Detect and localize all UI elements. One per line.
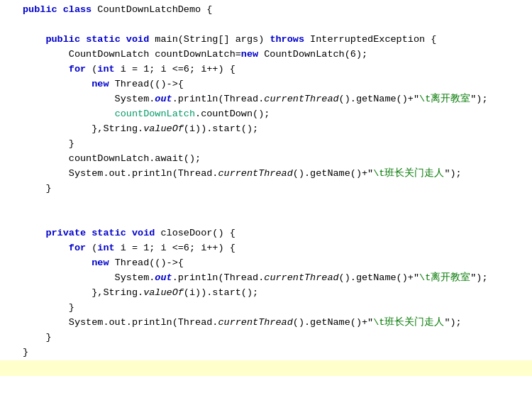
line-text: for (int i = 1; i <=6; i++) { <box>23 62 532 77</box>
line-text: System.out.println(Thread.currentThread(… <box>23 316 532 331</box>
line-text: },String.valueOf(i)).start(); <box>23 286 532 301</box>
line-text: } <box>23 301 532 316</box>
line-text: },String.valueOf(i)).start(); <box>23 122 532 137</box>
code-line-15 <box>0 211 532 226</box>
line-text <box>23 360 532 375</box>
line-text: } <box>23 182 532 196</box>
code-editor: public class CountDownLatchDemo { public… <box>0 0 532 410</box>
code-line-11: countDownLatch.await(); <box>0 152 532 167</box>
line-text: private static void closeDoor() { <box>23 226 532 241</box>
code-line-7: System.out.println(Thread.currentThread(… <box>0 92 532 107</box>
code-line-4: CountDownLatch countDownLatch=new CountD… <box>0 48 532 62</box>
code-line-13: } <box>0 182 532 196</box>
code-line-5: for (int i = 1; i <=6; i++) { <box>0 62 532 77</box>
code-line-12: System.out.println(Thread.currentThread(… <box>0 167 532 182</box>
line-text: for (int i = 1; i <=6; i++) { <box>23 241 532 256</box>
code-line-10: } <box>0 137 532 152</box>
code-line-21: } <box>0 301 532 316</box>
line-text: } <box>23 331 532 345</box>
code-line-17: for (int i = 1; i <=6; i++) { <box>0 241 532 256</box>
code-line-16: private static void closeDoor() { <box>0 226 532 241</box>
code-line-8: countDownLatch.countDown(); <box>0 107 532 122</box>
line-text: System.out.println(Thread.currentThread(… <box>23 92 532 107</box>
line-text: public class CountDownLatchDemo { <box>23 3 532 18</box>
line-text <box>23 196 532 211</box>
line-text: } <box>23 345 532 360</box>
code-line-23: } <box>0 331 532 345</box>
line-text: System.out.println(Thread.currentThread(… <box>23 271 532 286</box>
line-text: } <box>23 137 532 152</box>
code-line-3: public static void main(String[] args) t… <box>0 33 532 48</box>
line-text <box>23 18 532 33</box>
line-text <box>23 211 532 226</box>
code-line-24: } <box>0 345 532 360</box>
code-line-19: System.out.println(Thread.currentThread(… <box>0 271 532 286</box>
line-text: new Thread(()->{ <box>23 256 532 271</box>
line-text: countDownLatch.countDown(); <box>23 107 532 122</box>
code-line-14 <box>0 196 532 211</box>
code-line-last <box>0 360 532 376</box>
code-line-22: System.out.println(Thread.currentThread(… <box>0 316 532 331</box>
code-line-1: public class CountDownLatchDemo { <box>0 3 532 18</box>
line-text: CountDownLatch countDownLatch=new CountD… <box>23 48 532 62</box>
line-text: public static void main(String[] args) t… <box>23 33 532 48</box>
code-line-9: },String.valueOf(i)).start(); <box>0 122 532 137</box>
code-line-20: },String.valueOf(i)).start(); <box>0 286 532 301</box>
code-line-6: new Thread(()->{ <box>0 77 532 92</box>
line-text: countDownLatch.await(); <box>23 152 532 167</box>
line-text: new Thread(()->{ <box>23 77 532 92</box>
code-line-18: new Thread(()->{ <box>0 256 532 271</box>
line-text: System.out.println(Thread.currentThread(… <box>23 167 532 182</box>
code-line-2 <box>0 18 532 33</box>
